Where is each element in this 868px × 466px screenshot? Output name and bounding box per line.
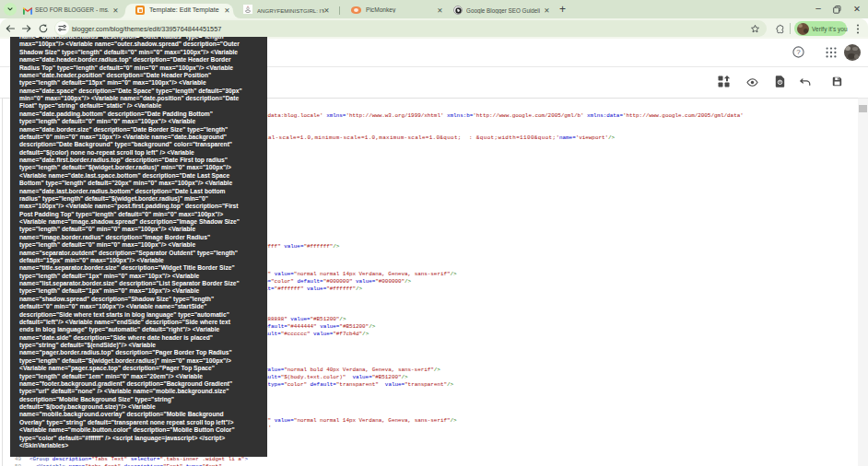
svg-text:?: ? — [796, 48, 801, 56]
